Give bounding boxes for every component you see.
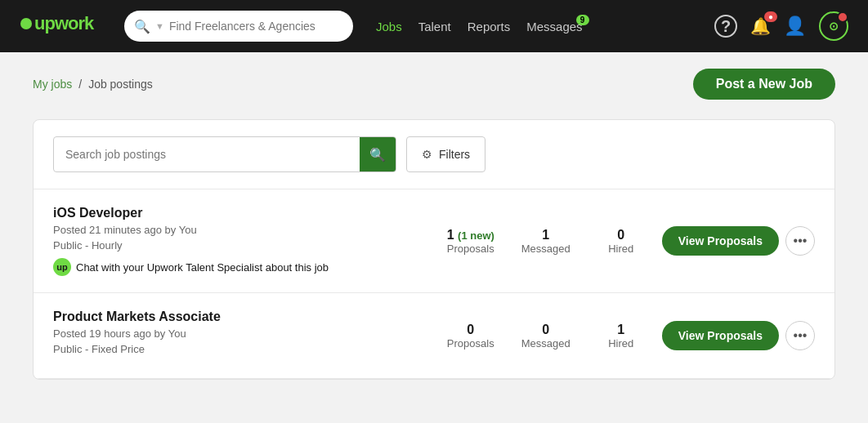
- logo[interactable]: upwork: [20, 11, 101, 42]
- search-field-wrap[interactable]: 🔍: [53, 136, 396, 172]
- hired-number: 1: [597, 323, 646, 337]
- help-button[interactable]: ?: [714, 15, 737, 38]
- hired-number: 0: [597, 228, 646, 243]
- nav-links: Jobs Talent Reports Messages 9: [376, 20, 583, 33]
- view-proposals-button[interactable]: View Proposals: [662, 321, 779, 350]
- proposals-number: 0: [446, 323, 495, 337]
- account-button[interactable]: 👤: [784, 16, 806, 37]
- job-type: Public - Hourly: [53, 239, 430, 252]
- svg-point-0: [20, 18, 32, 29]
- search-input[interactable]: [54, 148, 360, 161]
- search-dropdown-icon: ▼: [155, 21, 164, 31]
- global-search-bar[interactable]: 🔍 ▼: [124, 11, 353, 42]
- nav-link-messages-label: Messages: [526, 20, 582, 33]
- filter-icon: ⚙: [422, 148, 432, 161]
- notifications-badge: ●: [764, 11, 777, 22]
- logo-text: upwork: [20, 11, 101, 42]
- breadcrumb-current: Job postings: [88, 78, 153, 91]
- messaged-stat: 0 Messaged: [521, 323, 570, 350]
- filters-button[interactable]: ⚙ Filters: [406, 136, 485, 172]
- proposals-number: 1 (1 new): [446, 228, 495, 243]
- job-actions: View Proposals •••: [662, 226, 815, 256]
- more-options-button[interactable]: •••: [785, 226, 815, 256]
- hired-label: Hired: [597, 243, 646, 255]
- ellipsis-icon: •••: [794, 234, 808, 248]
- search-section: 🔍 ⚙ Filters: [34, 120, 834, 189]
- ellipsis-icon: •••: [794, 328, 808, 343]
- page-content: My jobs / Job postings Post a New Job 🔍 …: [0, 52, 868, 396]
- messaged-stat: 1 Messaged: [521, 228, 570, 255]
- breadcrumb-separator: /: [78, 78, 82, 91]
- job-stats: 0 Proposals 0 Messaged 1 Hired: [446, 323, 646, 350]
- main-card: 🔍 ⚙ Filters iOS Developer Posted 21 minu…: [33, 119, 835, 380]
- upwork-small-icon: up: [53, 258, 71, 276]
- job-actions: View Proposals •••: [662, 321, 815, 350]
- job-title: iOS Developer: [53, 206, 430, 220]
- view-proposals-button[interactable]: View Proposals: [662, 226, 779, 256]
- hired-stat: 0 Hired: [597, 228, 646, 255]
- messaged-number: 1: [521, 228, 570, 243]
- breadcrumb-row: My jobs / Job postings Post a New Job: [33, 69, 835, 100]
- more-options-button[interactable]: •••: [785, 321, 815, 350]
- nav-icons: ? 🔔 ● 👤 ⊙: [714, 11, 848, 41]
- proposals-stat: 0 Proposals: [446, 323, 495, 350]
- svg-text:upwork: upwork: [34, 13, 95, 33]
- account-icon: 👤: [784, 16, 806, 37]
- hired-label: Hired: [597, 337, 646, 350]
- notifications-button[interactable]: 🔔 ●: [750, 16, 771, 36]
- filters-label: Filters: [439, 148, 470, 161]
- search-button[interactable]: 🔍: [360, 136, 396, 172]
- post-new-job-button[interactable]: Post a New Job: [693, 69, 835, 100]
- proposals-label: Proposals: [446, 243, 495, 255]
- job-type: Public - Fixed Price: [53, 343, 430, 355]
- job-meta: Posted 21 minutes ago by You: [53, 224, 430, 236]
- nav-link-reports[interactable]: Reports: [468, 20, 511, 33]
- breadcrumb: My jobs / Job postings: [33, 78, 153, 91]
- proposals-new: (1 new): [458, 229, 494, 242]
- breadcrumb-parent[interactable]: My jobs: [33, 78, 72, 91]
- upwork-profile-avatar[interactable]: ⊙: [819, 11, 848, 41]
- messaged-number: 0: [521, 323, 570, 337]
- hired-stat: 1 Hired: [597, 323, 646, 350]
- job-info: Product Markets Associate Posted 19 hour…: [53, 309, 430, 362]
- proposals-stat: 1 (1 new) Proposals: [446, 228, 495, 255]
- messaged-label: Messaged: [521, 337, 570, 350]
- navbar: upwork 🔍 ▼ Jobs Talent Reports Messages …: [0, 0, 868, 52]
- job-stats: 1 (1 new) Proposals 1 Messaged 0 Hired: [446, 228, 646, 255]
- nav-link-talent[interactable]: Talent: [418, 20, 451, 33]
- nav-link-jobs[interactable]: Jobs: [376, 20, 402, 33]
- chat-label: Chat with your Upwork Talent Specialist …: [76, 261, 329, 274]
- global-search-input[interactable]: [169, 20, 343, 33]
- job-row: Product Markets Associate Posted 19 hour…: [34, 293, 834, 379]
- job-info: iOS Developer Posted 21 minutes ago by Y…: [53, 206, 430, 276]
- messaged-label: Messaged: [521, 243, 570, 255]
- nav-messages[interactable]: Messages 9: [526, 20, 582, 33]
- chat-badge[interactable]: up Chat with your Upwork Talent Speciali…: [53, 258, 329, 276]
- job-title: Product Markets Associate: [53, 309, 430, 324]
- question-icon: ?: [714, 15, 737, 38]
- job-row: iOS Developer Posted 21 minutes ago by Y…: [34, 189, 834, 293]
- avatar-icon: ⊙: [829, 20, 839, 33]
- search-submit-icon: 🔍: [369, 147, 386, 163]
- messages-badge: 9: [576, 15, 589, 25]
- job-meta: Posted 19 hours ago by You: [53, 327, 430, 340]
- search-icon: 🔍: [134, 19, 150, 34]
- proposals-label: Proposals: [446, 337, 495, 350]
